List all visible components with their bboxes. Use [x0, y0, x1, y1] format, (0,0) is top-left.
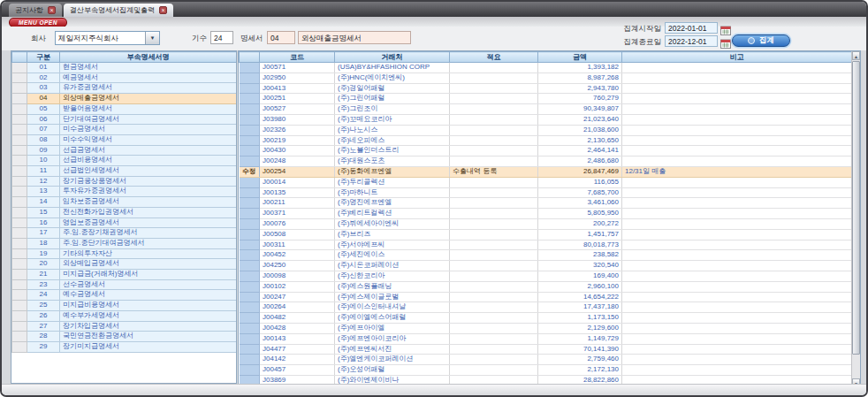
- left-table-row[interactable]: 17주.임.종장기채권명세서: [12, 228, 237, 239]
- right-table-row[interactable]: J00452(주)세진에이스238,582: [240, 250, 852, 261]
- end-date-input[interactable]: 2022-12-01: [665, 35, 718, 47]
- row-selector-cell[interactable]: [12, 134, 27, 145]
- right-table-row[interactable]: J02950(주)HNC(에이치엔씨)8,987,268: [240, 73, 852, 83]
- right-table-row[interactable]: J00102(주)에스원플래닝2,960,100: [240, 281, 852, 292]
- right-table-row[interactable]: J00311(주)서야에프씨80,018,773: [240, 240, 852, 250]
- left-table-row[interactable]: 21미지급금(거래처)명세서: [12, 270, 237, 280]
- row-selector-cell[interactable]: [12, 228, 27, 239]
- right-table-row[interactable]: J00457(주)오성어패럴2,172,130: [240, 365, 852, 376]
- left-table-row[interactable]: 09선급금명세서: [12, 145, 237, 156]
- row-selector-cell[interactable]: [12, 218, 27, 228]
- left-table-row[interactable]: 20외상매입금명세서: [12, 259, 237, 270]
- row-selector-cell[interactable]: [12, 83, 27, 94]
- right-table-row[interactable]: J00527(주)그린조이90,349,807: [240, 104, 852, 115]
- row-status-cell[interactable]: [240, 281, 260, 292]
- left-table-row[interactable]: 23선수금명세서: [12, 279, 237, 290]
- row-status-cell[interactable]: [240, 94, 260, 104]
- row-selector-cell[interactable]: [12, 270, 27, 280]
- row-status-cell[interactable]: 수정: [240, 166, 260, 177]
- row-selector-cell[interactable]: [12, 176, 27, 187]
- left-table-row[interactable]: 13투자유가증권명세서: [12, 187, 237, 197]
- right-table-row[interactable]: J02326(주)나노시스21,038,600: [240, 125, 852, 135]
- row-status-cell[interactable]: [240, 333, 260, 344]
- left-table-row[interactable]: 10선급비용명세서: [12, 156, 237, 166]
- row-selector-cell[interactable]: [12, 114, 27, 125]
- right-table-row[interactable]: J04250(주)시온코퍼레이션320,540: [240, 261, 852, 271]
- right-table-row[interactable]: J00014(주)두리콜렉션116,055: [240, 177, 852, 187]
- right-table-row[interactable]: J03980(주)꼬매요코리아21,023,640: [240, 114, 852, 125]
- right-table-header-2[interactable]: 적요: [450, 52, 538, 63]
- row-selector-cell[interactable]: [12, 207, 27, 218]
- left-table-row[interactable]: 25미지급비용명세서: [12, 301, 237, 311]
- right-table-row[interactable]: J00098(주)신한코리아169,400: [240, 271, 852, 281]
- tab-close-icon[interactable]: ×: [159, 6, 167, 14]
- tab-statement-report[interactable]: 결산부속명세서집계및출력 ×: [64, 4, 173, 17]
- tab-notice[interactable]: 공지사항 ×: [9, 4, 62, 17]
- row-status-cell[interactable]: [240, 63, 260, 73]
- left-table-row[interactable]: 16영업보증금명세서: [12, 218, 237, 228]
- left-table-row[interactable]: 01현금명세서: [12, 63, 237, 73]
- left-table-row[interactable]: 04외상매출금명세서: [12, 94, 237, 104]
- row-selector-cell[interactable]: [12, 103, 27, 114]
- row-status-cell[interactable]: [240, 271, 260, 281]
- row-selector-cell[interactable]: [12, 73, 27, 83]
- right-table-row[interactable]: J00135(주)마하니트7,685,700: [240, 187, 852, 198]
- right-table-row[interactable]: J00430(주)노블인더스트리2,464,141: [240, 146, 852, 157]
- right-table-row[interactable]: J00413(주)경일어패럴2,943,780: [240, 83, 852, 94]
- row-selector-cell[interactable]: [12, 187, 27, 197]
- right-table-row[interactable]: J00248(주)대원스포츠2,486,680: [240, 157, 852, 167]
- left-table-row[interactable]: 02예금명세서: [12, 73, 237, 83]
- row-status-cell[interactable]: [240, 146, 260, 157]
- statement-name-input[interactable]: 외상매출금명세서: [298, 31, 411, 44]
- row-status-cell[interactable]: [240, 104, 260, 115]
- row-selector-cell[interactable]: [12, 310, 27, 321]
- row-selector-cell[interactable]: [12, 332, 27, 342]
- row-status-cell[interactable]: [240, 209, 260, 219]
- right-table-row[interactable]: J04477(주)에프엔씨서진70,141,390: [240, 344, 852, 355]
- statement-code-input[interactable]: 04: [267, 31, 295, 44]
- row-status-cell[interactable]: [240, 135, 260, 146]
- right-table-header-1[interactable]: 거래처: [335, 52, 450, 63]
- right-table-row[interactable]: J00076(주)뷔에세아이엔씨200,272: [240, 218, 852, 229]
- left-table-row[interactable]: 27장기차입금명세서: [12, 321, 237, 332]
- right-table-row[interactable]: 수정J00254(주)동화에프엔엘수출내역 등록26,847,46912/31일…: [240, 166, 852, 177]
- left-table-row[interactable]: 26예수부가세명세서: [12, 310, 237, 321]
- row-selector-cell[interactable]: [12, 166, 27, 177]
- row-status-cell[interactable]: [240, 292, 260, 302]
- row-status-cell[interactable]: [240, 261, 260, 271]
- tab-close-icon[interactable]: ×: [48, 6, 56, 14]
- row-status-cell[interactable]: [240, 365, 260, 376]
- right-table-header-3[interactable]: 금액: [538, 52, 622, 63]
- right-table-row[interactable]: J00428(주)에프아이엘2,129,600: [240, 323, 852, 333]
- left-table-row[interactable]: 24예수금명세서: [12, 290, 237, 301]
- chevron-down-icon[interactable]: ▼: [145, 32, 159, 44]
- row-selector-cell[interactable]: [12, 301, 27, 311]
- right-table-row[interactable]: J00264(주)에이스인터내셔날17,437,180: [240, 302, 852, 313]
- row-selector-cell[interactable]: [12, 63, 27, 73]
- left-table-row[interactable]: 14임차보증금명세서: [12, 197, 237, 208]
- left-table-row[interactable]: 05받을어음명세서: [12, 103, 237, 114]
- right-table-header-0[interactable]: 코드: [260, 52, 335, 63]
- left-table-row[interactable]: 28국민연금전환금명세서: [12, 332, 237, 342]
- left-table-row[interactable]: 03유가증권명세서: [12, 83, 237, 94]
- right-table-row[interactable]: J00371(주)베리트컬렉션5,805,950: [240, 209, 852, 219]
- row-status-cell[interactable]: [240, 355, 260, 365]
- row-selector-cell[interactable]: [12, 156, 27, 166]
- row-status-cell[interactable]: [240, 83, 260, 94]
- row-status-cell[interactable]: [240, 114, 260, 125]
- row-selector-cell[interactable]: [12, 238, 27, 248]
- left-table-row[interactable]: 11선급법인세명세서: [12, 166, 237, 177]
- row-status-cell[interactable]: [240, 157, 260, 167]
- row-selector-cell[interactable]: [12, 341, 27, 352]
- scroll-up-icon[interactable]: ▲: [852, 51, 860, 60]
- right-table-row[interactable]: J00219(주)네오피에스2,130,650: [240, 135, 852, 146]
- right-table-row[interactable]: J00508(주)브리즈1,451,757: [240, 229, 852, 240]
- row-status-cell[interactable]: [240, 240, 260, 250]
- row-status-cell[interactable]: [240, 73, 260, 83]
- left-table-row[interactable]: 18주.임.종단기대여금명세서: [12, 238, 237, 248]
- right-table-row[interactable]: J00571(USA)BY&HFASHION CORP1,393,182: [240, 63, 852, 73]
- row-selector-cell[interactable]: [12, 259, 27, 270]
- row-status-cell[interactable]: [240, 125, 260, 135]
- row-status-cell[interactable]: [240, 198, 260, 209]
- row-status-cell[interactable]: [240, 177, 260, 187]
